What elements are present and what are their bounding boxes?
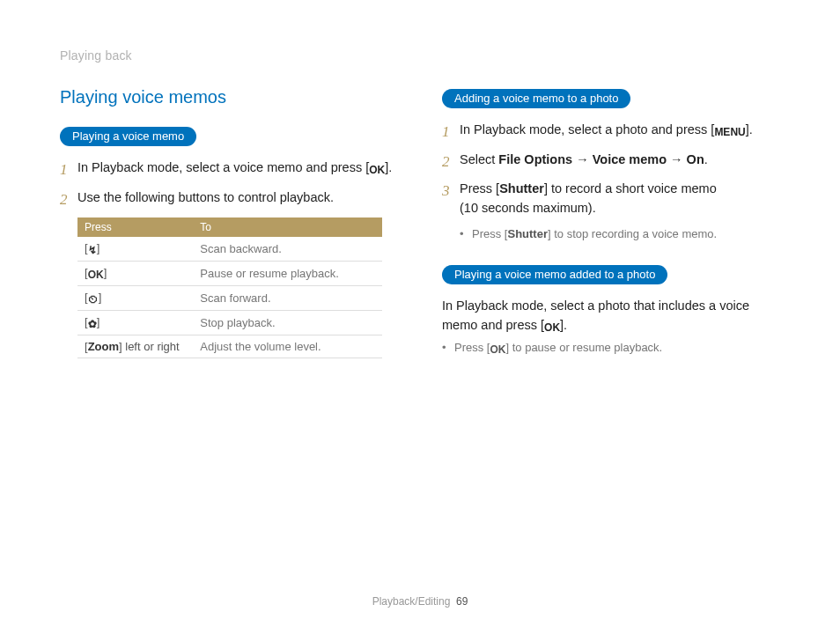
text: In Playback mode, select a photo that in… <box>442 299 749 332</box>
body-text: In Playback mode, select a photo that in… <box>442 297 780 335</box>
text: In Playback mode, select a voice memo an… <box>77 160 369 174</box>
step-number: 2 <box>442 151 460 173</box>
sub-text: Press [OK] to pause or resume playback. <box>454 339 662 358</box>
right-step-1: 1 In Playback mode, select a photo and p… <box>442 121 780 144</box>
menu-path: Voice memo <box>593 152 667 166</box>
table-action: Scan backward. <box>193 237 381 262</box>
text: Press [ <box>460 181 499 195</box>
flash-icon: ↯ <box>88 244 97 256</box>
step-text: Use the following buttons to control pla… <box>77 188 398 208</box>
table-key: [✿] <box>77 311 193 335</box>
step-text: In Playback mode, select a photo and pre… <box>460 121 780 140</box>
page-footer: Playback/Editing 69 <box>0 595 840 608</box>
text: ] to record a short voice memo <box>544 181 717 195</box>
step-number: 2 <box>60 188 77 211</box>
arrow: → <box>572 152 593 166</box>
macro-icon: ✿ <box>88 318 97 330</box>
controls-table: Press To [↯] Scan backward. [OK] Pause o… <box>77 217 382 358</box>
text: ]. <box>385 160 392 174</box>
text: In Playback mode, select a photo and pre… <box>460 122 714 136</box>
table-header-to: To <box>193 217 381 237</box>
pill-playing-added-memo: Playing a voice memo added to a photo <box>442 265 667 284</box>
left-step-2: 2 Use the following buttons to control p… <box>60 188 398 211</box>
text: Press [ <box>454 341 490 354</box>
pill-adding-voice-memo: Adding a voice memo to a photo <box>442 89 630 108</box>
step-text: Select File Options → Voice memo → On. <box>460 151 780 170</box>
text: ] to stop recording a voice memo. <box>548 227 717 240</box>
text: ]. <box>746 122 753 136</box>
text: Press [ <box>472 227 507 240</box>
shutter-label: Shutter <box>507 227 548 240</box>
footer-section: Playback/Editing <box>372 595 451 608</box>
right-step-3: 3 Press [Shutter] to record a short voic… <box>442 180 780 218</box>
table-row: [✿] Stop playback. <box>77 311 382 335</box>
table-key: [Zoom] left or right <box>77 335 193 358</box>
text: ]. <box>560 318 567 332</box>
menu-path: File Options <box>498 152 572 166</box>
arrow: → <box>667 152 687 166</box>
left-step-1: 1 In Playback mode, select a voice memo … <box>60 158 398 181</box>
table-key: [↯] <box>77 237 193 262</box>
text: ] to pause or resume playback. <box>505 341 662 354</box>
page-number: 69 <box>456 595 468 608</box>
step-number: 1 <box>60 158 77 181</box>
table-row: [↯] Scan backward. <box>77 237 382 262</box>
text: . <box>704 152 708 166</box>
table-row: [⏲] Scan forward. <box>77 286 382 311</box>
step-text: In Playback mode, select a voice memo an… <box>77 158 398 178</box>
ok-icon: OK <box>369 162 385 178</box>
left-column: Playing voice memos Playing a voice memo… <box>60 87 398 358</box>
suffix: left or right <box>122 340 180 353</box>
sub-text: Press [Shutter] to stop recording a voic… <box>472 225 717 243</box>
bullet-dot: • <box>460 225 472 243</box>
table-row: [OK] Pause or resume playback. <box>77 262 382 286</box>
table-key: [OK] <box>77 262 193 286</box>
right-step-2: 2 Select File Options → Voice memo → On. <box>442 151 780 173</box>
shutter-label: Shutter <box>499 181 544 195</box>
table-action: Stop playback. <box>193 311 381 335</box>
page: Playing back Playing voice memos Playing… <box>0 0 840 634</box>
menu-icon: MENU <box>714 124 745 140</box>
table-action: Scan forward. <box>193 286 381 311</box>
step-text: Press [Shutter] to record a short voice … <box>460 180 780 218</box>
table-action: Pause or resume playback. <box>193 262 381 286</box>
table-action: Adjust the volume level. <box>193 335 381 358</box>
step-number: 1 <box>442 121 460 144</box>
menu-path: On <box>687 152 704 166</box>
right-column: Adding a voice memo to a photo 1 In Play… <box>442 87 780 358</box>
pill-playing-voice-memo: Playing a voice memo <box>60 127 196 146</box>
timer-icon: ⏲ <box>88 293 99 306</box>
sub-bullet: • Press [Shutter] to stop recording a vo… <box>460 225 780 243</box>
table-header-press: Press <box>77 217 193 237</box>
section-title: Playing voice memos <box>60 87 398 107</box>
zoom-label: Zoom <box>88 340 119 353</box>
table-key: [⏲] <box>77 286 193 311</box>
table-row: [Zoom] left or right Adjust the volume l… <box>77 335 382 358</box>
ok-icon: OK <box>490 342 505 358</box>
text: (10 seconds maximum). <box>460 199 780 218</box>
ok-icon: OK <box>544 320 560 335</box>
ok-icon: OK <box>88 269 104 281</box>
breadcrumb: Playing back <box>60 48 780 63</box>
bullet-dot: • <box>442 339 454 358</box>
content-columns: Playing voice memos Playing a voice memo… <box>60 87 780 358</box>
step-number: 3 <box>442 180 460 203</box>
body-sub: • Press [OK] to pause or resume playback… <box>442 339 780 358</box>
text: Select <box>460 152 498 166</box>
